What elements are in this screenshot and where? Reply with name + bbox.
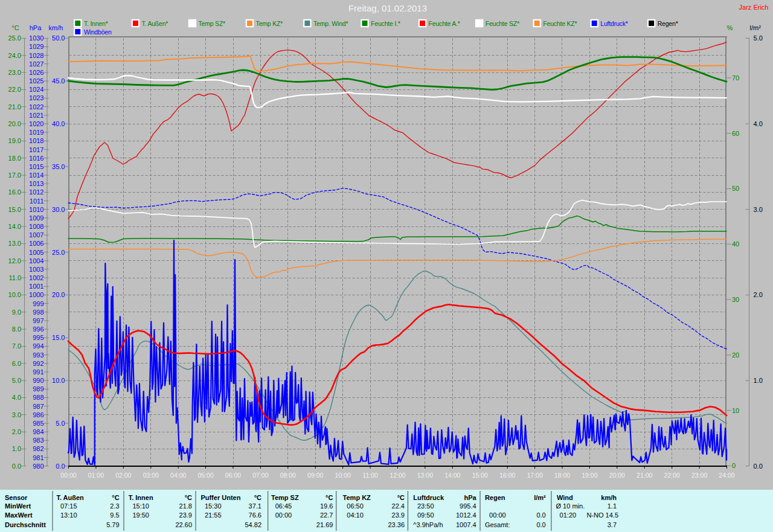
svg-text:^3.9hPa/h: ^3.9hPa/h [413, 521, 443, 528]
svg-text:19.6: 19.6 [320, 502, 333, 510]
svg-text:40.0: 40.0 [52, 120, 65, 127]
svg-text:5.0: 5.0 [754, 34, 763, 42]
svg-text:MaxWert: MaxWert [5, 511, 33, 519]
svg-text:Temp SZ*: Temp SZ* [199, 20, 226, 27]
svg-text:20.0: 20.0 [52, 291, 65, 298]
svg-text:985: 985 [33, 420, 43, 427]
svg-text:22.0: 22.0 [8, 86, 21, 93]
svg-text:08:00: 08:00 [280, 472, 296, 479]
svg-text:1.1: 1.1 [608, 502, 617, 510]
svg-text:Temp KZ: Temp KZ [343, 494, 371, 501]
svg-text:Freitag, 01.02.2013: Freitag, 01.02.2013 [348, 3, 427, 13]
svg-text:1000: 1000 [29, 291, 43, 298]
svg-text:01:00: 01:00 [88, 472, 104, 479]
svg-text:Windböen: Windböen [84, 28, 112, 36]
svg-text:10:00: 10:00 [335, 472, 351, 479]
svg-text:1001: 1001 [29, 283, 43, 290]
svg-text:Puffer Unten: Puffer Unten [200, 494, 240, 501]
svg-text:15:30: 15:30 [205, 502, 222, 510]
svg-text:8.0: 8.0 [12, 325, 21, 333]
svg-text:Regen: Regen [485, 494, 505, 501]
svg-text:°C: °C [11, 24, 19, 31]
svg-text:18:00: 18:00 [554, 472, 570, 479]
svg-text:2.0: 2.0 [754, 291, 763, 298]
svg-text:17.0: 17.0 [8, 171, 21, 179]
svg-text:09:00: 09:00 [307, 472, 323, 479]
svg-text:05:00: 05:00 [197, 472, 213, 479]
svg-text:Feuchte I.*: Feuchte I.* [371, 20, 400, 27]
svg-text:30: 30 [732, 296, 739, 303]
svg-text:1026: 1026 [29, 69, 43, 76]
svg-text:07:15: 07:15 [60, 502, 77, 510]
svg-text:18.0: 18.0 [8, 155, 21, 162]
svg-text:995.4: 995.4 [460, 502, 476, 510]
svg-text:0.0: 0.0 [536, 521, 545, 528]
svg-text:11.0: 11.0 [8, 274, 21, 281]
svg-text:999: 999 [33, 300, 43, 307]
svg-text:°C: °C [185, 494, 192, 501]
svg-text:994: 994 [33, 342, 43, 350]
svg-text:1028: 1028 [29, 52, 43, 59]
svg-text:10.0: 10.0 [52, 377, 65, 384]
svg-text:%: % [727, 24, 733, 31]
svg-text:990: 990 [33, 377, 43, 384]
svg-text:23:50: 23:50 [417, 502, 434, 510]
svg-text:01:20: 01:20 [560, 511, 577, 519]
svg-text:T. Außen*: T. Außen* [142, 20, 168, 27]
svg-text:986: 986 [33, 411, 43, 418]
svg-text:1.0: 1.0 [12, 445, 21, 452]
svg-text:5.0: 5.0 [56, 420, 65, 427]
svg-text:10.0: 10.0 [8, 291, 21, 298]
svg-text:06:45: 06:45 [275, 502, 292, 510]
svg-text:20:00: 20:00 [609, 472, 625, 479]
svg-text:23:00: 23:00 [691, 472, 707, 479]
svg-text:1012: 1012 [29, 188, 43, 196]
svg-text:12.0: 12.0 [8, 257, 21, 264]
svg-text:5.79: 5.79 [106, 521, 119, 528]
svg-text:T. Außen: T. Außen [56, 494, 84, 501]
svg-text:992: 992 [33, 360, 43, 367]
svg-text:995: 995 [33, 334, 43, 341]
svg-text:20.0: 20.0 [8, 120, 21, 127]
svg-text:22.7: 22.7 [320, 511, 333, 519]
svg-text:11:00: 11:00 [362, 472, 378, 479]
svg-text:0.0: 0.0 [536, 511, 545, 519]
svg-text:hPa: hPa [464, 494, 476, 501]
svg-text:09:50: 09:50 [417, 511, 434, 519]
svg-text:2.0: 2.0 [12, 428, 21, 435]
svg-text:06:00: 06:00 [225, 472, 241, 479]
svg-text:0.0: 0.0 [12, 463, 21, 470]
svg-text:980: 980 [33, 463, 43, 470]
svg-text:60: 60 [732, 130, 739, 137]
svg-text:50.0: 50.0 [52, 34, 65, 42]
svg-text:1002: 1002 [29, 274, 43, 281]
svg-text:Temp KZ*: Temp KZ* [256, 20, 283, 27]
svg-text:1.0: 1.0 [754, 377, 763, 384]
svg-text:9.5: 9.5 [110, 511, 119, 519]
svg-text:30.0: 30.0 [52, 206, 65, 213]
svg-text:21.69: 21.69 [316, 521, 333, 528]
svg-text:Feuchte A.*: Feuchte A.* [429, 20, 460, 27]
svg-text:1008: 1008 [29, 223, 43, 230]
svg-text:12:00: 12:00 [390, 472, 405, 479]
svg-text:Feuchte KZ*: Feuchte KZ* [543, 20, 577, 27]
svg-text:1003: 1003 [29, 266, 43, 273]
svg-text:°C: °C [326, 494, 333, 501]
svg-text:982: 982 [33, 445, 43, 452]
svg-text:21.0: 21.0 [8, 103, 21, 111]
svg-text:988: 988 [33, 394, 43, 401]
svg-text:1020: 1020 [29, 120, 43, 127]
svg-text:23.9: 23.9 [392, 511, 405, 519]
svg-text:1006: 1006 [29, 240, 43, 247]
svg-text:Temp SZ: Temp SZ [271, 494, 299, 501]
svg-text:Gesamt:: Gesamt: [485, 521, 510, 528]
svg-text:1011: 1011 [30, 197, 44, 205]
svg-text:04:10: 04:10 [347, 511, 364, 519]
svg-text:Luftdruck: Luftdruck [413, 494, 444, 501]
svg-text:Wind: Wind [557, 494, 573, 501]
svg-text:00:00: 00:00 [489, 511, 506, 519]
svg-text:1027: 1027 [29, 60, 43, 68]
svg-text:989: 989 [33, 385, 43, 393]
svg-text:5.0: 5.0 [12, 377, 21, 384]
svg-text:07:00: 07:00 [252, 472, 268, 479]
